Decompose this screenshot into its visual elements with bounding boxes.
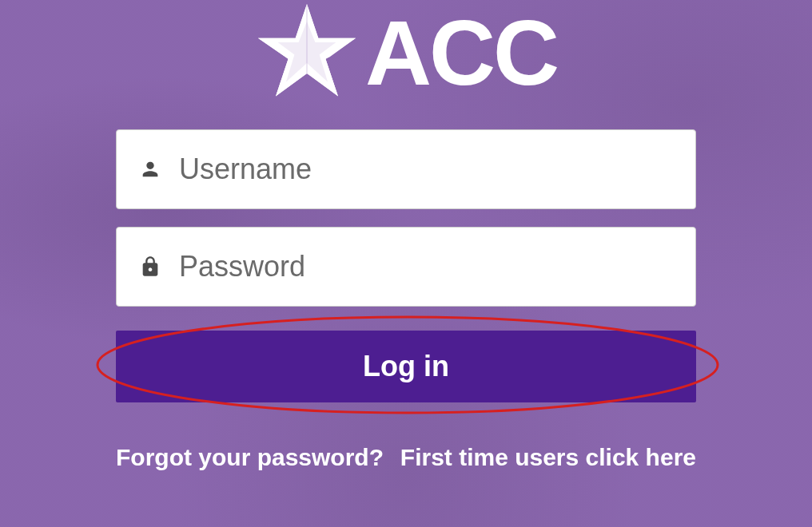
login-form: Log in Forgot your password? First time … bbox=[116, 129, 696, 471]
links-row: Forgot your password? First time users c… bbox=[116, 444, 696, 471]
logo: ACC bbox=[255, 0, 557, 105]
forgot-password-link[interactable]: Forgot your password? bbox=[116, 444, 384, 471]
logo-text: ACC bbox=[365, 0, 557, 105]
password-field-wrapper bbox=[116, 227, 696, 307]
star-icon bbox=[255, 1, 359, 105]
login-button[interactable]: Log in bbox=[116, 331, 696, 402]
username-field-wrapper bbox=[116, 129, 696, 209]
lock-icon bbox=[139, 256, 161, 278]
login-button-wrapper: Log in bbox=[116, 331, 696, 402]
username-input[interactable] bbox=[179, 130, 695, 208]
password-input[interactable] bbox=[179, 228, 695, 306]
user-icon bbox=[139, 158, 161, 180]
first-time-users-link[interactable]: First time users click here bbox=[400, 444, 696, 471]
